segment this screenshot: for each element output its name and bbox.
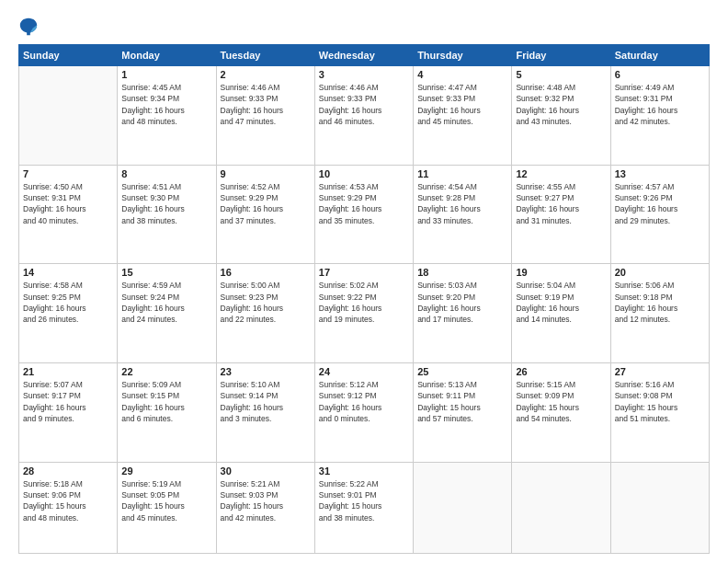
day-info: Sunrise: 4:45 AM Sunset: 9:34 PM Dayligh… <box>121 82 211 127</box>
day-info: Sunrise: 5:10 AM Sunset: 9:14 PM Dayligh… <box>221 379 311 424</box>
day-info: Sunrise: 5:04 AM Sunset: 9:19 PM Dayligh… <box>516 280 606 325</box>
calendar-cell: 10Sunrise: 4:53 AM Sunset: 9:29 PM Dayli… <box>314 165 413 264</box>
calendar-cell: 19Sunrise: 5:04 AM Sunset: 9:19 PM Dayli… <box>512 264 610 363</box>
day-number: 28 <box>23 465 113 477</box>
calendar-cell: 29Sunrise: 5:19 AM Sunset: 9:05 PM Dayli… <box>118 462 216 553</box>
day-number: 8 <box>121 168 211 179</box>
day-info: Sunrise: 5:09 AM Sunset: 9:15 PM Dayligh… <box>121 379 211 424</box>
day-number: 25 <box>417 366 507 377</box>
day-info: Sunrise: 4:54 AM Sunset: 9:28 PM Dayligh… <box>417 181 507 226</box>
calendar-cell: 25Sunrise: 5:13 AM Sunset: 9:11 PM Dayli… <box>414 362 512 462</box>
calendar-day-header: Tuesday <box>216 45 314 66</box>
day-info: Sunrise: 4:59 AM Sunset: 9:24 PM Dayligh… <box>121 280 211 325</box>
day-info: Sunrise: 5:18 AM Sunset: 9:06 PM Dayligh… <box>23 478 113 523</box>
day-info: Sunrise: 5:13 AM Sunset: 9:11 PM Dayligh… <box>417 379 507 424</box>
day-number: 11 <box>417 168 507 179</box>
calendar-cell <box>512 462 610 553</box>
calendar-week-row: 14Sunrise: 4:58 AM Sunset: 9:25 PM Dayli… <box>19 264 710 363</box>
calendar-cell: 13Sunrise: 4:57 AM Sunset: 9:26 PM Dayli… <box>610 165 709 264</box>
day-number: 29 <box>121 465 211 477</box>
day-number: 16 <box>221 267 311 278</box>
calendar-table: SundayMondayTuesdayWednesdayThursdayFrid… <box>18 44 710 554</box>
calendar-cell: 31Sunrise: 5:22 AM Sunset: 9:01 PM Dayli… <box>314 462 413 553</box>
day-info: Sunrise: 4:46 AM Sunset: 9:33 PM Dayligh… <box>221 82 311 127</box>
day-number: 26 <box>516 366 606 377</box>
calendar-cell: 4Sunrise: 4:47 AM Sunset: 9:33 PM Daylig… <box>414 66 512 166</box>
logo-icon <box>18 17 39 37</box>
logo <box>18 17 42 37</box>
day-number: 21 <box>23 366 113 377</box>
day-number: 17 <box>319 267 409 278</box>
day-info: Sunrise: 4:53 AM Sunset: 9:29 PM Dayligh… <box>319 181 409 226</box>
day-number: 10 <box>319 168 409 179</box>
calendar-cell: 27Sunrise: 5:16 AM Sunset: 9:08 PM Dayli… <box>610 362 709 462</box>
day-info: Sunrise: 5:19 AM Sunset: 9:05 PM Dayligh… <box>121 478 211 523</box>
day-info: Sunrise: 5:00 AM Sunset: 9:23 PM Dayligh… <box>221 280 311 325</box>
day-number: 18 <box>417 267 507 278</box>
calendar-cell: 22Sunrise: 5:09 AM Sunset: 9:15 PM Dayli… <box>118 362 216 462</box>
calendar-day-header: Thursday <box>414 45 512 66</box>
day-info: Sunrise: 5:03 AM Sunset: 9:20 PM Dayligh… <box>417 280 507 325</box>
calendar-week-row: 28Sunrise: 5:18 AM Sunset: 9:06 PM Dayli… <box>19 462 710 553</box>
calendar-cell: 24Sunrise: 5:12 AM Sunset: 9:12 PM Dayli… <box>314 362 413 462</box>
day-info: Sunrise: 4:49 AM Sunset: 9:31 PM Dayligh… <box>615 82 705 127</box>
day-number: 13 <box>615 168 705 179</box>
calendar-cell <box>414 462 512 553</box>
calendar-cell: 3Sunrise: 4:46 AM Sunset: 9:33 PM Daylig… <box>314 66 413 166</box>
calendar-day-header: Monday <box>118 45 216 66</box>
calendar-cell: 26Sunrise: 5:15 AM Sunset: 9:09 PM Dayli… <box>512 362 610 462</box>
day-info: Sunrise: 5:12 AM Sunset: 9:12 PM Dayligh… <box>319 379 409 424</box>
day-number: 30 <box>221 465 311 477</box>
day-info: Sunrise: 5:16 AM Sunset: 9:08 PM Dayligh… <box>615 379 705 424</box>
day-number: 19 <box>516 267 606 278</box>
day-number: 15 <box>121 267 211 278</box>
day-info: Sunrise: 5:07 AM Sunset: 9:17 PM Dayligh… <box>23 379 113 424</box>
day-info: Sunrise: 4:50 AM Sunset: 9:31 PM Dayligh… <box>23 181 113 226</box>
calendar-week-row: 1Sunrise: 4:45 AM Sunset: 9:34 PM Daylig… <box>19 66 710 166</box>
calendar-cell <box>19 66 118 166</box>
day-number: 31 <box>319 465 409 477</box>
day-number: 7 <box>23 168 113 179</box>
day-number: 14 <box>23 267 113 278</box>
calendar-cell: 18Sunrise: 5:03 AM Sunset: 9:20 PM Dayli… <box>414 264 512 363</box>
day-info: Sunrise: 4:55 AM Sunset: 9:27 PM Dayligh… <box>516 181 606 226</box>
day-number: 9 <box>221 168 311 179</box>
day-number: 6 <box>615 69 705 80</box>
calendar-day-header: Friday <box>512 45 610 66</box>
calendar-week-row: 21Sunrise: 5:07 AM Sunset: 9:17 PM Dayli… <box>19 362 710 462</box>
calendar-cell: 15Sunrise: 4:59 AM Sunset: 9:24 PM Dayli… <box>118 264 216 363</box>
day-number: 4 <box>417 69 507 80</box>
day-info: Sunrise: 4:46 AM Sunset: 9:33 PM Dayligh… <box>319 82 409 127</box>
calendar-cell: 16Sunrise: 5:00 AM Sunset: 9:23 PM Dayli… <box>216 264 314 363</box>
calendar-day-header: Saturday <box>610 45 709 66</box>
calendar-cell: 1Sunrise: 4:45 AM Sunset: 9:34 PM Daylig… <box>118 66 216 166</box>
header <box>18 17 710 37</box>
day-number: 23 <box>221 366 311 377</box>
day-info: Sunrise: 5:21 AM Sunset: 9:03 PM Dayligh… <box>221 478 311 523</box>
calendar-day-header: Sunday <box>19 45 118 66</box>
day-number: 2 <box>221 69 311 80</box>
calendar-cell: 6Sunrise: 4:49 AM Sunset: 9:31 PM Daylig… <box>610 66 709 166</box>
day-number: 22 <box>121 366 211 377</box>
calendar-cell: 5Sunrise: 4:48 AM Sunset: 9:32 PM Daylig… <box>512 66 610 166</box>
day-info: Sunrise: 5:02 AM Sunset: 9:22 PM Dayligh… <box>319 280 409 325</box>
calendar-cell: 2Sunrise: 4:46 AM Sunset: 9:33 PM Daylig… <box>216 66 314 166</box>
day-info: Sunrise: 4:47 AM Sunset: 9:33 PM Dayligh… <box>417 82 507 127</box>
calendar-week-row: 7Sunrise: 4:50 AM Sunset: 9:31 PM Daylig… <box>19 165 710 264</box>
calendar-cell: 28Sunrise: 5:18 AM Sunset: 9:06 PM Dayli… <box>19 462 118 553</box>
calendar-cell: 12Sunrise: 4:55 AM Sunset: 9:27 PM Dayli… <box>512 165 610 264</box>
calendar-cell: 30Sunrise: 5:21 AM Sunset: 9:03 PM Dayli… <box>216 462 314 553</box>
calendar-cell: 17Sunrise: 5:02 AM Sunset: 9:22 PM Dayli… <box>314 264 413 363</box>
calendar-day-header: Wednesday <box>314 45 413 66</box>
day-number: 20 <box>615 267 705 278</box>
day-info: Sunrise: 5:06 AM Sunset: 9:18 PM Dayligh… <box>615 280 705 325</box>
day-info: Sunrise: 4:51 AM Sunset: 9:30 PM Dayligh… <box>121 181 211 226</box>
calendar-cell: 7Sunrise: 4:50 AM Sunset: 9:31 PM Daylig… <box>19 165 118 264</box>
day-info: Sunrise: 4:48 AM Sunset: 9:32 PM Dayligh… <box>516 82 606 127</box>
calendar-cell: 9Sunrise: 4:52 AM Sunset: 9:29 PM Daylig… <box>216 165 314 264</box>
calendar-cell: 21Sunrise: 5:07 AM Sunset: 9:17 PM Dayli… <box>19 362 118 462</box>
calendar-cell: 23Sunrise: 5:10 AM Sunset: 9:14 PM Dayli… <box>216 362 314 462</box>
day-number: 5 <box>516 69 606 80</box>
calendar-cell: 20Sunrise: 5:06 AM Sunset: 9:18 PM Dayli… <box>610 264 709 363</box>
day-info: Sunrise: 4:57 AM Sunset: 9:26 PM Dayligh… <box>615 181 705 226</box>
